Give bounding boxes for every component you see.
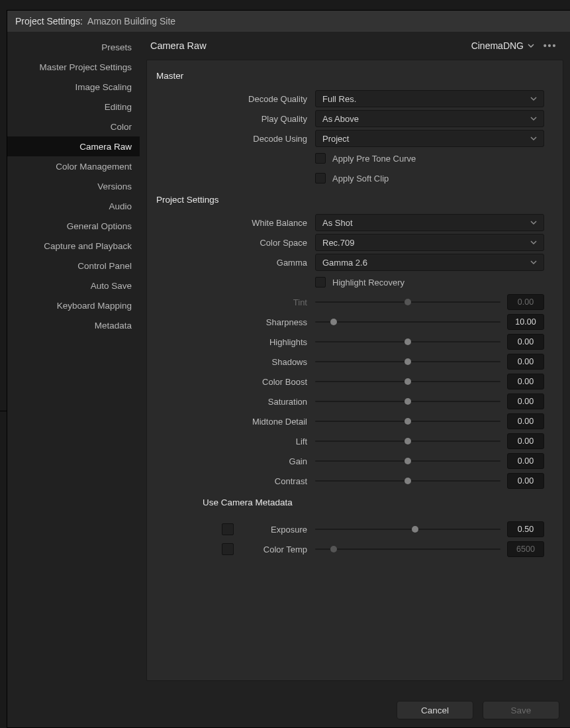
shadows-label: Shadows [156,357,315,367]
sidebar-item-control-panel[interactable]: Control Panel [7,256,140,276]
raw-format-select[interactable]: CinemaDNG [471,40,534,51]
sidebar-item-color[interactable]: Color [7,117,140,136]
apply-pre-tone-label: Apply Pre Tone Curve [332,154,416,164]
color-boost-slider[interactable] [315,376,500,387]
project-name: Amazon Building Site [85,16,175,26]
sidebar-item-capture-and-playback[interactable]: Capture and Playback [7,236,140,256]
titlebar: Project Settings: Amazon Building Site [7,11,570,32]
sidebar-item-master-project-settings[interactable]: Master Project Settings [7,57,140,77]
saturation-slider[interactable] [315,396,500,407]
lift-slider[interactable] [315,436,500,446]
sidebar-item-auto-save[interactable]: Auto Save [7,276,140,295]
exposure-value[interactable]: 0.50 [507,521,544,537]
shadows-value[interactable]: 0.00 [507,354,544,370]
chevron-down-icon [530,135,537,142]
decode-quality-select[interactable]: Full Res. [315,90,544,107]
play-quality-label: Play Quality [156,114,315,124]
sidebar-item-metadata[interactable]: Metadata [7,315,140,335]
chevron-down-icon [528,42,534,49]
color-boost-label: Color Boost [156,377,315,387]
gain-value[interactable]: 0.00 [507,453,544,469]
raw-format-label: CinemaDNG [471,40,524,51]
highlights-label: Highlights [156,337,315,347]
sidebar-item-versions[interactable]: Versions [7,176,140,196]
decode-using-label: Decode Using [156,134,315,144]
apply-soft-clip-label: Apply Soft Clip [332,174,389,183]
color-temp-use-metadata-checkbox[interactable] [222,543,234,555]
sharpness-slider[interactable] [315,317,500,327]
sidebar-item-camera-raw[interactable]: Camera Raw [7,136,140,156]
section-master-title: Master [156,71,544,81]
white-balance-select[interactable]: As Shot [315,214,544,231]
project-settings-window: Project Settings: Amazon Building Site P… [7,10,570,728]
main-panel: Camera Raw CinemaDNG ••• Master Decode Q… [140,32,570,688]
tint-label: Tint [156,297,315,307]
highlights-value[interactable]: 0.00 [507,334,544,350]
apply-pre-tone-checkbox[interactable] [315,153,326,164]
sidebar-item-editing[interactable]: Editing [7,97,140,117]
shadows-slider[interactable] [315,356,500,367]
midtone-detail-slider[interactable] [315,416,500,427]
sidebar-item-color-management[interactable]: Color Management [7,156,140,176]
sharpness-label: Sharpness [156,317,315,327]
panel-body: Master Decode Quality Full Res. Play Qua… [146,60,563,681]
sidebar-item-image-scaling[interactable]: Image Scaling [7,77,140,97]
apply-soft-clip-checkbox[interactable] [315,173,326,183]
saturation-label: Saturation [156,397,315,407]
exposure-slider[interactable] [315,524,500,535]
color-space-select[interactable]: Rec.709 [315,234,544,251]
footer: Cancel Save [397,701,559,719]
color-space-label: Color Space [156,238,315,248]
midtone-detail-label: Midtone Detail [156,417,315,427]
sidebar-item-keyboard-mapping[interactable]: Keyboard Mapping [7,295,140,315]
panel-header: Camera Raw CinemaDNG ••• [146,32,563,60]
color-temp-slider [315,544,500,554]
decode-quality-label: Decode Quality [156,94,315,104]
highlight-recovery-checkbox[interactable] [315,277,326,287]
more-menu-button[interactable]: ••• [541,40,559,51]
sidebar-item-general-options[interactable]: General Options [7,216,140,236]
tint-slider [315,297,500,307]
sidebar-item-audio[interactable]: Audio [7,196,140,216]
highlight-recovery-label: Highlight Recovery [332,278,404,287]
gain-slider[interactable] [315,456,500,466]
lift-value[interactable]: 0.00 [507,433,544,449]
sidebar: PresetsMaster Project SettingsImage Scal… [7,32,140,688]
decode-using-select[interactable]: Project [315,130,544,147]
sidebar-item-presets[interactable]: Presets [7,37,140,57]
chevron-down-icon [530,115,537,122]
chevron-down-icon [530,239,537,246]
contrast-value[interactable]: 0.00 [507,473,544,489]
exposure-label: Exposure [239,525,315,535]
chevron-down-icon [530,95,537,102]
white-balance-label: White Balance [156,218,315,228]
contrast-label: Contrast [156,476,315,486]
midtone-detail-value[interactable]: 0.00 [507,413,544,429]
cancel-button[interactable]: Cancel [397,701,473,719]
exposure-use-metadata-checkbox[interactable] [222,523,234,535]
title-prefix: Project Settings: [15,16,83,26]
tint-value: 0.00 [507,294,544,310]
play-quality-select[interactable]: As Above [315,110,544,127]
sharpness-value[interactable]: 10.00 [507,314,544,330]
section-metadata-title: Use Camera Metadata [203,497,544,507]
save-button[interactable]: Save [483,701,559,719]
color-temp-label: Color Temp [239,545,315,554]
saturation-value[interactable]: 0.00 [507,393,544,409]
gamma-label: Gamma [156,258,315,268]
panel-title: Camera Raw [150,40,471,51]
color-boost-value[interactable]: 0.00 [507,374,544,390]
chevron-down-icon [530,259,537,266]
chevron-down-icon [530,219,537,226]
gain-label: Gain [156,456,315,466]
gamma-select[interactable]: Gamma 2.6 [315,254,544,271]
section-project-title: Project Settings [156,195,544,205]
contrast-slider[interactable] [315,476,500,486]
color-temp-value: 6500 [507,541,544,557]
lift-label: Lift [156,437,315,446]
highlights-slider[interactable] [315,337,500,347]
